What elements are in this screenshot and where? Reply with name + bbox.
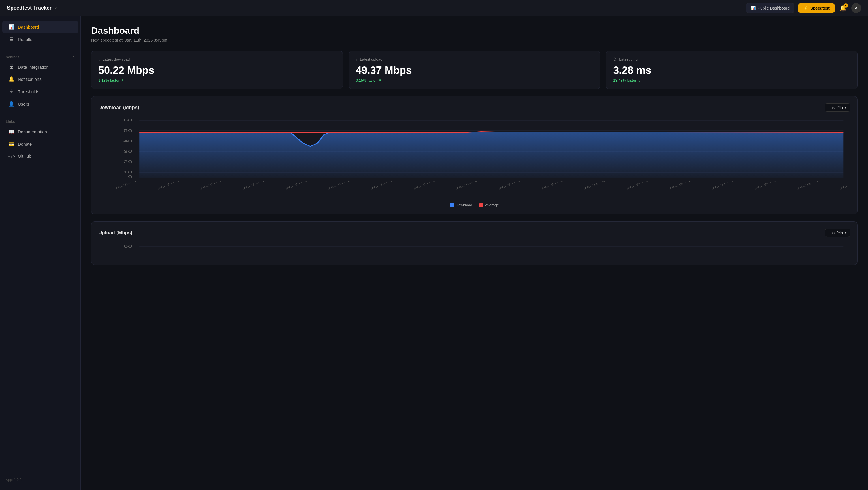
clock-icon: ⏱ (613, 57, 617, 61)
upload-time-range-label: Last 24h (829, 231, 843, 235)
stat-card-upload: ↑ Latest upload 49.37 Mbps 0.15% faster … (349, 51, 600, 89)
upload-chart-partial: 60 (98, 243, 850, 258)
sidebar-data-integration-label: Data Integration (18, 65, 49, 69)
stat-label-ping: ⏱ Latest ping (613, 57, 850, 61)
svg-text:Jan. 10 - 19:00: Jan. 10 - 19:00 (325, 181, 360, 190)
download-chart-container: 60 50 40 30 20 10 0 (98, 117, 850, 207)
download-area (139, 132, 843, 178)
stat-value-download: 50.22 Mbps (98, 64, 336, 77)
download-chart-title: Download (Mbps) (98, 105, 139, 111)
sidebar-item-dashboard[interactable]: 📊 Dashboard (2, 21, 78, 33)
legend-download: Download (450, 203, 472, 207)
upload-chart-header: Upload (Mbps) Last 24h ▾ (98, 229, 850, 237)
svg-text:Jan. 10 - 20:00: Jan. 10 - 20:00 (410, 181, 445, 190)
trend-up-icon: ↗ (121, 78, 124, 83)
stat-label-upload: ↑ Latest upload (356, 57, 593, 61)
documentation-icon: 📖 (8, 129, 14, 135)
download-chart-header: Download (Mbps) Last 24h ▾ (98, 103, 850, 112)
sidebar-item-documentation[interactable]: 📖 Documentation (2, 126, 78, 138)
trend-up-icon-2: ↗ (378, 78, 381, 83)
sidebar-item-notifications[interactable]: 🔔 Notifications (2, 73, 78, 85)
sidebar-users-label: Users (18, 102, 29, 107)
users-icon: 👤 (8, 101, 14, 107)
settings-chevron-icon: ∧ (72, 55, 75, 59)
github-icon: </> (8, 154, 14, 158)
svg-text:10: 10 (123, 170, 133, 174)
sidebar-dashboard-label: Dashboard (18, 25, 39, 29)
stat-change-ping: 13.48% faster ↘ (613, 78, 850, 83)
app-version: App: 1.0.3 (0, 474, 81, 485)
sidebar-item-github[interactable]: </> GitHub (2, 151, 78, 161)
public-dashboard-label: Public Dashboard (758, 6, 790, 10)
notification-badge: 0 (844, 3, 848, 7)
stat-value-upload: 49.37 Mbps (356, 64, 593, 77)
upload-dropdown-chevron-icon: ▾ (845, 231, 847, 235)
svg-text:Jan. 11 - 11:15: Jan. 11 - 11:15 (709, 181, 744, 190)
stat-change-download: 1.13% faster ↗ (98, 78, 336, 83)
svg-text:Jan. 11 - 12:45: Jan. 11 - 12:45 (751, 181, 786, 190)
sidebar-item-users[interactable]: 👤 Users (2, 98, 78, 110)
avatar-button[interactable]: A (851, 3, 861, 13)
download-time-range-dropdown[interactable]: Last 24h ▾ (825, 103, 850, 112)
sidebar-divider-1 (5, 48, 76, 48)
public-dashboard-button[interactable]: 📊 Public Dashboard (746, 3, 795, 13)
svg-text:Jan. 10 - 17:30: Jan. 10 - 17:30 (197, 181, 232, 190)
sidebar-results-label: Results (18, 37, 32, 42)
data-integration-icon: 🗄 (8, 64, 14, 70)
dropdown-chevron-icon: ▾ (845, 105, 847, 110)
upload-chart-section: Upload (Mbps) Last 24h ▾ 60 (91, 221, 858, 265)
main-content: Dashboard Next speedtest at: Jan. 11th, … (81, 16, 868, 490)
page-title: Dashboard (91, 25, 858, 36)
upload-icon: ↑ (356, 57, 358, 61)
download-chart-legend: Download Average (98, 203, 850, 207)
speedtest-button[interactable]: ⚡ Speedtest (798, 3, 835, 13)
trend-down-icon: ↘ (638, 78, 641, 83)
stat-change-upload: 0.15% faster ↗ (356, 78, 593, 83)
svg-text:Jan. 10 - 16:00: Jan. 10 - 16:00 (116, 181, 147, 190)
upload-chart-title: Upload (Mbps) (98, 230, 132, 236)
svg-text:Jan. 10 - 19:30: Jan. 10 - 19:30 (367, 181, 403, 190)
legend-download-label: Download (456, 203, 472, 207)
svg-text:Jan. 11 - 14:15: Jan. 11 - 14:15 (794, 181, 829, 190)
topnav-actions: 📊 Public Dashboard ⚡ Speedtest 🔔 0 A (746, 3, 861, 13)
sidebar-item-donate[interactable]: 💳 Donate (2, 138, 78, 150)
speedtest-label: Speedtest (810, 6, 830, 10)
links-section-label: Links (0, 115, 81, 125)
sidebar: 📊 Dashboard ☰ Results Settings ∧ 🗄 Data … (0, 16, 81, 490)
upload-time-range-dropdown[interactable]: Last 24h ▾ (825, 229, 850, 237)
svg-text:30: 30 (123, 149, 133, 153)
topnav: Speedtest Tracker ‹ 📊 Public Dashboard ⚡… (0, 0, 868, 16)
main-layout: 📊 Dashboard ☰ Results Settings ∧ 🗄 Data … (0, 16, 868, 490)
sidebar-item-data-integration[interactable]: 🗄 Data Integration (2, 61, 78, 73)
stat-card-download: ↓ Latest download 50.22 Mbps 1.13% faste… (91, 51, 343, 89)
sidebar-donate-label: Donate (18, 142, 32, 147)
svg-text:Jan. 10 - 16:50: Jan. 10 - 16:50 (154, 181, 189, 190)
download-chart-section: Download (Mbps) Last 24h ▾ (91, 96, 858, 214)
results-icon: ☰ (8, 36, 14, 42)
stat-value-ping: 3.28 ms (613, 64, 850, 77)
svg-rect-32 (98, 245, 850, 257)
svg-text:Jan. 11 - 8:15: Jan. 11 - 8:15 (581, 181, 613, 190)
svg-text:0: 0 (128, 175, 133, 179)
svg-text:Jan. 10 - 18:00: Jan. 10 - 18:00 (240, 181, 275, 190)
x-axis-labels: Jan. 10 - 16:00 Jan. 10 - 16:50 Jan. 10 … (116, 181, 847, 198)
legend-average-label: Average (485, 203, 499, 207)
donate-icon: 💳 (8, 141, 14, 147)
svg-text:50: 50 (123, 129, 133, 133)
notifications-bell-icon: 🔔 (8, 76, 14, 82)
dashboard-icon: 📊 (8, 24, 14, 30)
legend-average-color (479, 203, 483, 207)
legend-average: Average (479, 203, 499, 207)
download-icon: ↓ (98, 57, 100, 61)
sidebar-divider-2 (5, 113, 76, 113)
stat-label-download: ↓ Latest download (98, 57, 336, 61)
svg-text:20: 20 (123, 160, 133, 164)
speedtest-lightning-icon: ⚡ (803, 6, 808, 10)
svg-text:Jan. 11 - 15:45: Jan. 11 - 15:45 (836, 181, 847, 190)
svg-text:Jan. 10 - 23:00: Jan. 10 - 23:00 (538, 181, 573, 190)
settings-section-label: Settings ∧ (0, 51, 81, 61)
sidebar-item-results[interactable]: ☰ Results (2, 33, 78, 45)
sidebar-notifications-label: Notifications (18, 77, 41, 82)
notifications-button[interactable]: 🔔 0 (838, 3, 848, 13)
sidebar-item-thresholds[interactable]: ⚠ Thresholds (2, 86, 78, 97)
